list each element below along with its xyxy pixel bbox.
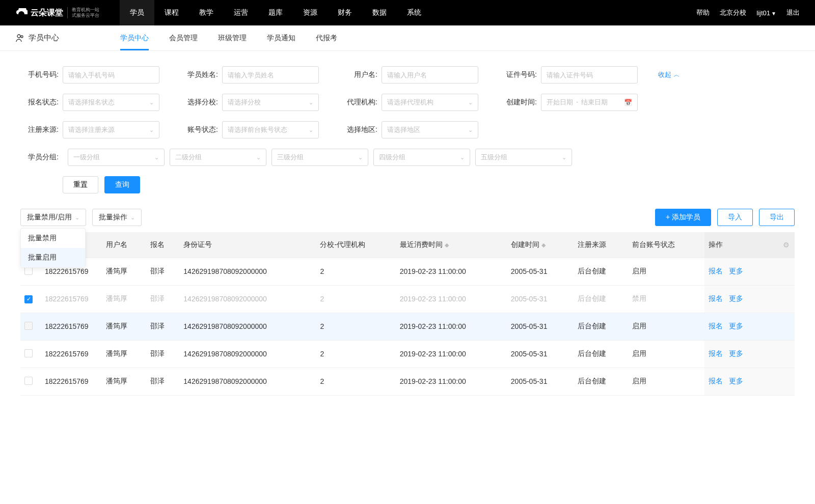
row-checkbox[interactable] [24, 349, 33, 357]
nav-item-1[interactable]: 课程 [154, 0, 189, 25]
page-title: 学员中心 [15, 33, 59, 43]
user-menu[interactable]: lijt01▼ [756, 9, 776, 17]
username-input[interactable] [382, 66, 478, 83]
create-time-range[interactable]: 开始日期-结束日期📅 [541, 94, 638, 111]
nav-right: 帮助 北京分校 lijt01▼ 退出 [696, 8, 800, 17]
col-reg-source: 注册来源 [574, 232, 629, 258]
chevron-down-icon: ⌄ [309, 99, 313, 106]
batch-toggle-dropdown[interactable]: 批量禁用/启用⌄ [20, 209, 86, 226]
batch-ops-dropdown[interactable]: 批量操作⌄ [92, 209, 142, 226]
chevron-down-icon: ⌄ [468, 99, 473, 106]
sub-nav-item-2[interactable]: 班级管理 [218, 25, 247, 50]
nav-item-4[interactable]: 题库 [258, 0, 293, 25]
chevron-down-icon: ⌄ [149, 99, 154, 106]
chevron-down-icon: ⌄ [460, 154, 465, 161]
logout-link[interactable]: 退出 [786, 8, 800, 17]
row-checkbox[interactable]: ✓ [24, 295, 33, 303]
agency-select[interactable]: 请选择代理机构⌄ [382, 94, 478, 111]
batch-enable-item[interactable]: 批量启用 [21, 248, 85, 267]
reset-button[interactable]: 重置 [63, 176, 98, 193]
name-input[interactable] [222, 66, 319, 83]
agency-label: 代理机构: [339, 98, 377, 107]
group-select-1[interactable]: 一级分组⌄ [68, 149, 165, 166]
cell-username: 潘筠厚 [102, 285, 146, 313]
col-username: 用户名 [102, 232, 146, 258]
branch-select[interactable]: 请选择分校⌄ [222, 94, 319, 111]
cell-ops: 报名更多 [704, 368, 777, 395]
brand-name: 云朵课堂 [31, 8, 63, 18]
enroll-status-select[interactable]: 请选择报名状态⌄ [63, 94, 159, 111]
svg-point-1 [21, 36, 23, 38]
create-time-label: 创建时间: [499, 98, 537, 107]
enroll-link[interactable]: 报名 [709, 294, 723, 302]
idnum-input[interactable] [541, 66, 638, 83]
logo: 云朵课堂 教育机构一站式服务云平台 [15, 7, 99, 18]
group-label: 学员分组: [20, 149, 59, 166]
phone-input[interactable] [63, 66, 159, 83]
sub-nav-item-3[interactable]: 学员通知 [267, 25, 295, 50]
nav-item-0[interactable]: 学员 [120, 0, 154, 25]
collapse-toggle[interactable]: 收起︿ [658, 70, 680, 79]
cell-create: 2005-05-31 [507, 340, 574, 368]
row-checkbox[interactable] [24, 377, 33, 385]
branch-label: 选择分校: [180, 98, 218, 107]
enroll-link[interactable]: 报名 [709, 267, 723, 275]
cell-branch: 2 [316, 340, 395, 368]
import-button[interactable]: 导入 [717, 209, 753, 226]
nav-item-3[interactable]: 运营 [224, 0, 258, 25]
user-icon [15, 34, 24, 43]
more-link[interactable]: 更多 [729, 322, 743, 330]
nav-item-2[interactable]: 教学 [189, 0, 224, 25]
caret-down-icon: ▼ [771, 11, 776, 16]
search-button[interactable]: 查询 [104, 176, 140, 193]
more-link[interactable]: 更多 [729, 294, 743, 302]
enroll-link[interactable]: 报名 [709, 349, 723, 357]
sub-nav-item-0[interactable]: 学员中心 [120, 25, 149, 50]
chevron-down-icon: ⌄ [154, 154, 159, 161]
cell-enroll: 邵泽 [146, 340, 180, 368]
region-select[interactable]: 请选择地区⌄ [382, 121, 478, 138]
add-student-button[interactable]: + 添加学员 [655, 209, 711, 226]
col-create-time[interactable]: 创建时间◆ [507, 232, 574, 258]
cell-source: 后台创建 [574, 313, 629, 340]
sort-icon: ◆ [541, 242, 546, 248]
more-link[interactable]: 更多 [729, 349, 743, 357]
sub-nav: 学员中心 学员中心会员管理班级管理学员通知代报考 [0, 25, 815, 51]
group-select-2[interactable]: 二级分组⌄ [170, 149, 266, 166]
chevron-up-icon: ︿ [673, 70, 680, 79]
group-select-3[interactable]: 三级分组⌄ [271, 149, 368, 166]
cell-branch: 2 [316, 368, 395, 395]
reg-source-select[interactable]: 请选择注册来源⌄ [63, 121, 159, 138]
enroll-link[interactable]: 报名 [709, 377, 723, 385]
sub-nav-item-4[interactable]: 代报考 [316, 25, 337, 50]
batch-disable-item[interactable]: 批量禁用 [21, 229, 85, 248]
cell-phone: 18222615769 [41, 340, 102, 368]
account-status-select[interactable]: 请选择前台账号状态⌄ [222, 121, 319, 138]
sort-icon: ◆ [445, 242, 449, 248]
nav-item-8[interactable]: 系统 [397, 0, 431, 25]
enroll-link[interactable]: 报名 [709, 322, 723, 330]
sub-nav-item-1[interactable]: 会员管理 [169, 25, 198, 50]
row-checkbox[interactable] [24, 322, 33, 330]
toolbar: 批量禁用/启用⌄ 批量禁用 批量启用 批量操作⌄ + 添加学员 导入 导出 [0, 209, 815, 232]
nav-item-5[interactable]: 资源 [293, 0, 328, 25]
export-button[interactable]: 导出 [759, 209, 795, 226]
col-enroll: 报名 [146, 232, 180, 258]
help-link[interactable]: 帮助 [696, 8, 710, 17]
group-select-5[interactable]: 五级分组⌄ [475, 149, 572, 166]
cell-ops: 报名更多 [704, 313, 777, 340]
col-last-spend[interactable]: 最近消费时间◆ [396, 232, 507, 258]
group-select-4[interactable]: 四级分组⌄ [373, 149, 470, 166]
cell-last-spend: 2019-02-23 11:00:00 [396, 258, 507, 285]
cell-status: 启用 [628, 340, 704, 368]
gear-icon[interactable]: ⚙ [783, 241, 790, 249]
branch-link[interactable]: 北京分校 [720, 8, 746, 17]
chevron-down-icon: ⌄ [468, 127, 473, 133]
brand-sub: 教育机构一站式服务云平台 [67, 7, 99, 18]
more-link[interactable]: 更多 [729, 377, 743, 385]
nav-item-7[interactable]: 数据 [362, 0, 397, 25]
cell-create: 2005-05-31 [507, 285, 574, 313]
nav-item-6[interactable]: 财务 [328, 0, 362, 25]
region-label: 选择地区: [339, 125, 377, 134]
more-link[interactable]: 更多 [729, 267, 743, 275]
